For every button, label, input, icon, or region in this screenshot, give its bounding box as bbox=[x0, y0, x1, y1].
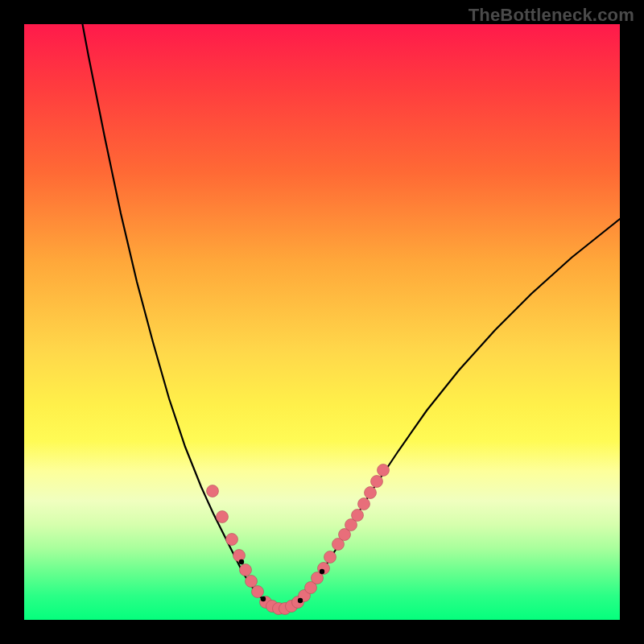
watermark-text: TheBottleneck.com bbox=[469, 5, 634, 26]
chart-container: TheBottleneck.com bbox=[0, 0, 644, 644]
plot-gradient-background bbox=[24, 24, 620, 620]
